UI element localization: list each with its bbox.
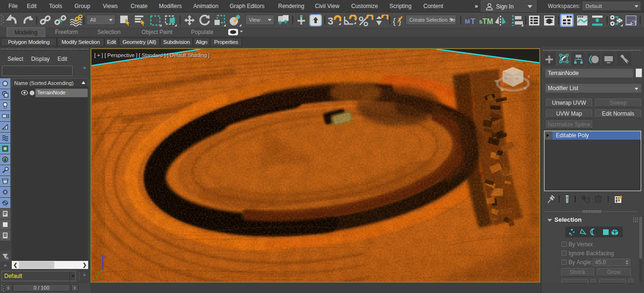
svg-text:BA.: BA.: [504, 77, 508, 80]
svg-text:N: N: [501, 88, 503, 92]
svg-text:M: M: [465, 18, 470, 25]
svg-text:LE.: LE.: [515, 77, 519, 80]
svg-text:S: S: [632, 20, 635, 26]
svg-text:T: T: [471, 17, 476, 26]
svg-text:{: {: [393, 16, 396, 26]
svg-text:[ + ] [ Perspective ] [ Standa: [ + ] [ Perspective ] [ Standard ] [ Def…: [94, 52, 210, 58]
svg-text:E: E: [524, 86, 527, 91]
svg-text:x: x: [94, 260, 97, 265]
svg-text:S: S: [528, 75, 530, 79]
svg-text:y: y: [95, 275, 98, 280]
svg-text:z: z: [104, 254, 106, 260]
svg-text:3: 3: [328, 15, 333, 27]
svg-text:W: W: [495, 79, 498, 83]
svg-text:TM: TM: [482, 17, 493, 25]
